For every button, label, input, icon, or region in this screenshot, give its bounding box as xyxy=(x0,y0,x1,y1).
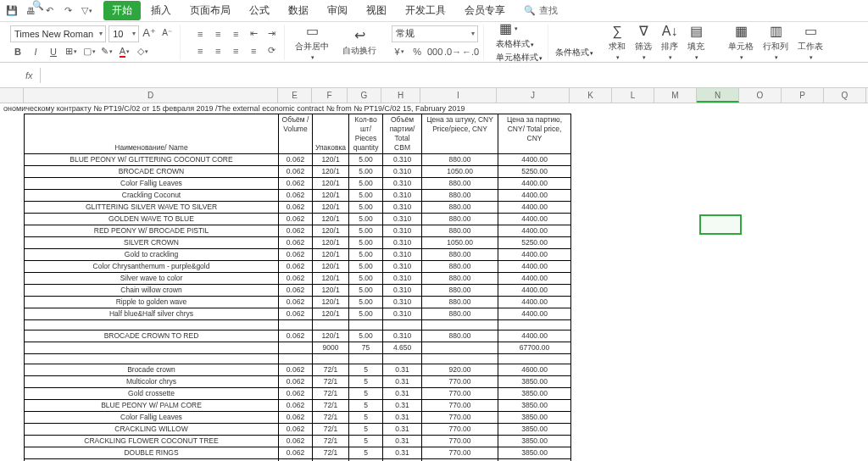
sum-button[interactable]: ∑求和 xyxy=(605,24,629,61)
hdr-qty[interactable]: Кол-во шт/ Pieces quantity xyxy=(349,114,383,154)
tab-view[interactable]: 视图 xyxy=(358,1,395,20)
hdr-vol[interactable]: Объём / Volume xyxy=(279,114,313,154)
dec-inc-icon[interactable]: .0→ xyxy=(445,44,460,59)
col-E[interactable]: E xyxy=(278,88,312,103)
table-row[interactable]: BROCADE CROWN0.062120/15.000.3101050.005… xyxy=(25,166,571,178)
col-M[interactable]: M xyxy=(654,88,697,103)
align-right-icon[interactable]: ≡ xyxy=(228,43,243,58)
table-row[interactable]: CRACKLING FLOWER COCONUT TREE0.06272/150… xyxy=(25,436,571,447)
table-row[interactable]: Multicolor chrys0.06272/150.31770.003850… xyxy=(25,376,571,388)
col-I[interactable]: I xyxy=(420,88,497,103)
col-P[interactable]: P xyxy=(782,88,824,103)
underline-icon[interactable]: U xyxy=(46,44,61,59)
table-row[interactable]: Gold crossette0.06272/150.31770.003850.0… xyxy=(25,388,571,400)
number-format-select[interactable]: 常规 xyxy=(392,25,478,42)
col-G[interactable]: G xyxy=(348,88,381,103)
table-row[interactable]: Silver wave to color0.062120/15.000.3108… xyxy=(25,273,571,285)
font-shrink-icon[interactable]: A⁻ xyxy=(159,25,175,41)
col-O[interactable]: O xyxy=(739,88,782,103)
align-middle-icon[interactable]: ≡ xyxy=(210,26,225,42)
cond-format-label[interactable]: 条件格式 xyxy=(555,47,593,58)
col-Q[interactable]: Q xyxy=(824,88,866,103)
customize-icon[interactable]: ▽ xyxy=(78,3,95,19)
align-center-icon[interactable]: ≡ xyxy=(210,43,225,58)
table-row[interactable]: Color Chrysanthemum - purple&gold0.06212… xyxy=(25,261,571,273)
sort-button[interactable]: A↓排序 xyxy=(658,24,682,61)
dec-dec-icon[interactable]: ←.0 xyxy=(463,44,478,59)
italic-icon[interactable]: I xyxy=(28,44,43,59)
clear-format-icon[interactable]: ◇ xyxy=(135,44,150,59)
tab-dev[interactable]: 开发工具 xyxy=(397,1,454,20)
redo-icon[interactable]: ↷ xyxy=(59,3,76,19)
table-row[interactable]: SILVER CROWN0.062120/15.000.3101050.0052… xyxy=(25,237,571,249)
col-N[interactable]: N xyxy=(697,88,739,103)
table-row[interactable]: Crackling Coconut0.062120/15.000.310880.… xyxy=(25,190,571,202)
table-row[interactable]: Color Fallig Leaves0.06272/150.31770.003… xyxy=(25,412,571,424)
align-bottom-icon[interactable]: ≡ xyxy=(228,26,243,42)
orientation-icon[interactable]: ⟳ xyxy=(264,43,279,58)
currency-icon[interactable]: ¥ xyxy=(392,44,407,59)
highlight-icon[interactable]: ✎ xyxy=(99,44,114,59)
rowcol-button[interactable]: ▥行和列 xyxy=(760,24,792,61)
table-row[interactable]: Ripple to golden wave0.062120/15.000.310… xyxy=(25,297,571,308)
cell-style-button[interactable]: 单元格样式 xyxy=(496,52,542,64)
font-grow-icon[interactable]: A⁺ xyxy=(142,25,157,41)
tab-data[interactable]: 数据 xyxy=(280,1,317,20)
fill-color-icon[interactable]: ▢ xyxy=(81,44,97,59)
col-L[interactable]: L xyxy=(612,88,654,103)
hdr-cbm[interactable]: Объём партии/ Total CBM xyxy=(383,114,422,154)
table-row[interactable]: Gold to crackling0.062120/15.000.310880.… xyxy=(25,249,571,261)
border-icon[interactable]: ⊞ xyxy=(64,44,79,59)
formula-input[interactable] xyxy=(40,68,843,83)
tab-insert[interactable]: 插入 xyxy=(142,1,180,20)
hdr-name[interactable]: Наименование/ Name xyxy=(25,114,279,154)
wrap-button[interactable]: ↩自动换行 xyxy=(339,28,380,57)
table-row[interactable]: DOUBLE RINGS0.06272/150.31770.003850.00 xyxy=(25,447,571,459)
indent-dec-icon[interactable]: ⇤ xyxy=(246,26,261,42)
col-H[interactable]: H xyxy=(381,88,420,103)
sheet-area[interactable]: ономическому контракту № PT19/C/02 от 15… xyxy=(0,103,868,461)
tab-member[interactable]: 会员专享 xyxy=(456,1,514,20)
col-J[interactable]: J xyxy=(497,88,570,103)
hdr-price[interactable]: Цена за штуку, CNY Price/piece, CNY xyxy=(422,114,498,154)
table-row[interactable]: CRACKLING WILLOW0.06272/150.31770.003850… xyxy=(25,424,571,436)
percent-icon[interactable]: % xyxy=(409,44,425,59)
cond-format-button[interactable]: ▦ xyxy=(496,21,542,36)
align-justify-icon[interactable]: ≡ xyxy=(246,43,261,58)
hdr-pack[interactable]: Упаковка xyxy=(313,114,349,154)
tab-formula[interactable]: 公式 xyxy=(241,1,278,20)
indent-inc-icon[interactable]: ⇥ xyxy=(264,26,279,42)
font-family-select[interactable]: Times New Roman xyxy=(10,25,106,42)
col-D[interactable]: D xyxy=(24,88,278,103)
merge-button[interactable]: ▭合并居中 xyxy=(292,24,332,61)
col-F[interactable]: F xyxy=(312,88,348,103)
table-style-button[interactable]: 表格样式 xyxy=(496,38,542,50)
table-row[interactable]: BLUE PEONY W/ GLITTERING COCONUT CORE0.0… xyxy=(25,154,571,166)
col-K[interactable]: K xyxy=(570,88,612,103)
tab-review[interactable]: 审阅 xyxy=(319,1,356,20)
table-row[interactable]: GOLDEN WAVE TO BLUE0.062120/15.000.31088… xyxy=(25,214,571,225)
table-row[interactable]: Half blue&Half silver chrys0.062120/15.0… xyxy=(25,308,571,320)
table-row[interactable]: GLITTERING SILVER WAVE TO SILVER0.062120… xyxy=(25,202,571,214)
table-row[interactable]: RED PEONY W/ BROCADE PISTIL0.062120/15.0… xyxy=(25,225,571,237)
tab-start[interactable]: 开始 xyxy=(103,1,141,20)
comma-icon[interactable]: 000 xyxy=(427,44,442,59)
font-size-select[interactable]: 10 xyxy=(108,25,139,42)
align-left-icon[interactable]: ≡ xyxy=(192,43,208,58)
font-color-icon[interactable]: A xyxy=(117,44,132,59)
fill-button[interactable]: ▤填充 xyxy=(684,24,708,61)
search-box[interactable]: 🔍查找 xyxy=(524,4,558,17)
bold-icon[interactable]: B xyxy=(10,44,25,59)
table-row[interactable]: BLUE PEONY W/ PALM CORE0.06272/150.31770… xyxy=(25,400,571,412)
align-top-icon[interactable]: ≡ xyxy=(192,26,208,42)
filter-button[interactable]: ∇筛选 xyxy=(632,24,655,61)
hdr-total[interactable]: Цена за партию, CNY/ Total price, CNY xyxy=(498,114,571,154)
tab-layout[interactable]: 页面布局 xyxy=(181,1,239,20)
cells-button[interactable]: ▦单元格 xyxy=(725,24,757,61)
fx-icon[interactable]: fx xyxy=(25,70,33,81)
table-row[interactable]: Chain willow crown0.062120/15.000.310880… xyxy=(25,285,571,297)
zoom-icon[interactable]: 🔍 xyxy=(32,0,44,11)
worksheet-button[interactable]: ▭工作表 xyxy=(794,24,826,61)
table-row[interactable]: Brocade crown0.06272/150.31920.004600.00 xyxy=(25,364,571,376)
save-icon[interactable]: 💾 xyxy=(3,3,20,19)
